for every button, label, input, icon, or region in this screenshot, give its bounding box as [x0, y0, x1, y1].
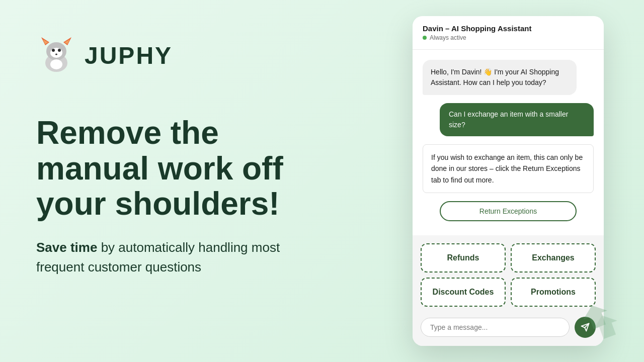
- status-dot: [423, 36, 427, 40]
- chat-widget: Davin – AI Shopping Assistant Always act…: [413, 16, 604, 346]
- headline: Remove the manual work off your shoulder…: [36, 115, 318, 221]
- juphy-logo-icon: [36, 35, 76, 75]
- svg-point-6: [50, 48, 62, 58]
- chat-header-name: Davin – AI Shopping Assistant: [423, 24, 594, 33]
- svg-point-9: [55, 54, 57, 55]
- return-exceptions-button[interactable]: Return Exceptions: [440, 201, 577, 221]
- chat-panel: Davin – AI Shopping Assistant Always act…: [413, 16, 604, 346]
- message-user-exchange: Can I exchange an item with a smaller si…: [440, 103, 594, 136]
- chat-header: Davin – AI Shopping Assistant Always act…: [413, 16, 604, 50]
- message-bot-response: If you wish to exchange an item, this ca…: [423, 144, 594, 193]
- logo-text: JUPHY: [85, 42, 173, 69]
- quick-reply-exchanges[interactable]: Exchanges: [511, 243, 596, 273]
- svg-point-8: [58, 49, 61, 52]
- chat-input-area: [413, 311, 604, 346]
- message-bot-greeting: Hello, I'm Davin! 👋 I'm your AI Shopping…: [423, 60, 577, 95]
- svg-point-10: [50, 59, 62, 69]
- subtext: Save time by automatically handling most…: [36, 238, 318, 277]
- status-text: Always active: [430, 34, 466, 41]
- subtext-bold: Save time: [36, 240, 97, 255]
- quick-reply-promotions[interactable]: Promotions: [511, 278, 596, 307]
- svg-point-7: [52, 49, 55, 52]
- chat-header-status: Always active: [423, 34, 594, 41]
- chat-body: Hello, I'm Davin! 👋 I'm your AI Shopping…: [413, 50, 604, 235]
- quick-reply-refunds[interactable]: Refunds: [421, 243, 506, 273]
- chat-message-input[interactable]: [421, 318, 570, 337]
- arrow-decoration-icon: [584, 305, 624, 340]
- left-panel: JUPHY Remove the manual work off your sh…: [36, 0, 318, 362]
- logo-container: JUPHY: [36, 35, 173, 75]
- quick-reply-discount-codes[interactable]: Discount Codes: [421, 278, 506, 307]
- quick-replies-grid: Refunds Exchanges Discount Codes Promoti…: [413, 235, 604, 311]
- decorative-arrows: [584, 305, 624, 342]
